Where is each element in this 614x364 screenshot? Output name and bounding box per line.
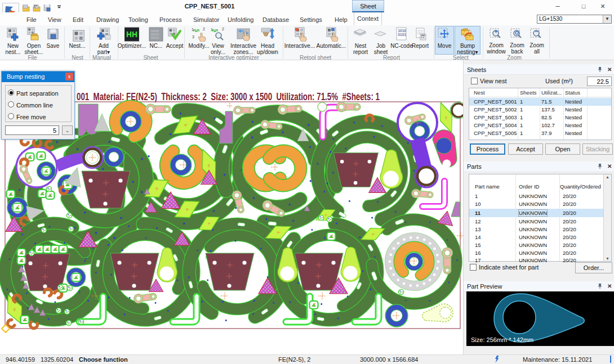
svg-text:2: 2	[203, 27, 205, 31]
svg-text:001 Material: FE(N2-5) Thick: 001 Material: FE(N2-5) Thickness: 2 Size…	[77, 91, 380, 102]
svg-text:G01X: G01X	[151, 36, 159, 40]
svg-text:3: 3	[192, 35, 194, 39]
svg-text:0101: 0101	[398, 33, 407, 37]
svg-text:Size: 256mm * 142mm: Size: 256mm * 142mm	[471, 336, 533, 343]
svg-text:2: 2	[222, 27, 224, 31]
svg-text:1010: 1010	[398, 29, 407, 33]
